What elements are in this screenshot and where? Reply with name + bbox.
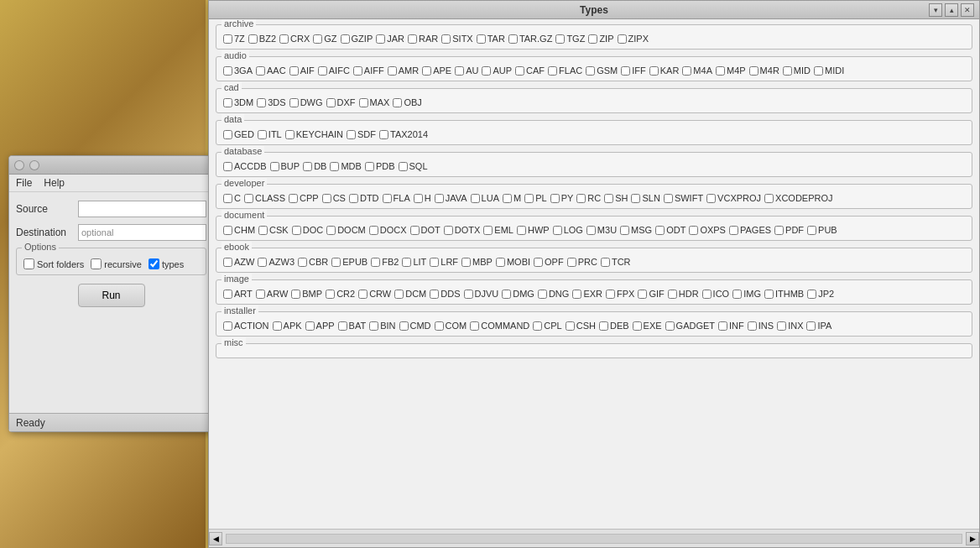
type-checkbox-TCR[interactable] [601,258,610,267]
type-item-M4A[interactable]: M4A [682,65,712,76]
type-item-DXF[interactable]: DXF [326,97,356,107]
type-item-MSG[interactable]: MSG [620,225,652,235]
type-item-INX[interactable]: INX [777,321,803,331]
type-checkbox-FLAC[interactable] [548,66,557,76]
type-item-VCXPROJ[interactable]: VCXPROJ [706,193,761,203]
type-item-DOT[interactable]: DOT [410,225,440,235]
type-checkbox-RAR[interactable] [408,34,417,44]
type-checkbox-M4P[interactable] [716,66,725,76]
type-checkbox-PDB[interactable] [365,162,374,171]
type-item-ACCDB[interactable]: ACCDB [223,161,267,171]
type-item-EXE[interactable]: EXE [633,321,662,331]
type-item-APE[interactable]: APE [422,65,451,76]
type-item-CMD[interactable]: CMD [399,321,431,331]
type-item-LIT[interactable]: LIT [402,257,426,267]
type-checkbox-TAX2014[interactable] [379,130,388,139]
type-checkbox-INF[interactable] [718,321,727,331]
type-checkbox-LOG[interactable] [553,226,562,235]
type-item-PDB[interactable]: PDB [365,161,395,171]
type-checkbox-BIN[interactable] [369,321,378,331]
type-checkbox-M4R[interactable] [749,66,758,76]
type-checkbox-DMG[interactable] [502,290,511,299]
type-checkbox-DOT[interactable] [410,226,420,235]
type-checkbox-CR2[interactable] [326,290,335,299]
type-checkbox-PDF[interactable] [774,226,784,235]
type-item-CR2[interactable]: CR2 [326,289,355,299]
type-checkbox-OPF[interactable] [534,258,543,267]
type-checkbox-HWP[interactable] [517,226,526,235]
type-checkbox-CPL[interactable] [533,321,542,331]
type-item-SWIFT[interactable]: SWIFT [664,193,703,203]
type-item-XCODEPROJ[interactable]: XCODEPROJ [764,193,832,203]
type-checkbox-AZW3[interactable] [258,258,267,267]
type-item-CSK[interactable]: CSK [258,225,289,235]
type-checkbox-RC[interactable] [576,194,586,203]
type-item-APK[interactable]: APK [273,321,302,331]
type-item-LUA[interactable]: LUA [471,193,499,203]
type-checkbox-JP2[interactable] [807,290,816,299]
type-checkbox-ZIP[interactable] [588,34,597,44]
type-checkbox-M4A[interactable] [682,66,691,76]
type-checkbox-DXF[interactable] [326,98,336,107]
type-checkbox-DOC[interactable] [292,226,301,235]
collapse-button[interactable]: ▾ [929,3,942,17]
type-item-CS[interactable]: CS [322,193,346,203]
type-checkbox-MIDI[interactable] [814,66,823,76]
type-item-PRC[interactable]: PRC [567,257,597,267]
type-checkbox-EXR[interactable] [572,290,581,299]
type-checkbox-TAR[interactable] [477,34,486,44]
type-checkbox-CS[interactable] [322,194,331,203]
minimize-button[interactable] [29,160,39,170]
type-item-PY[interactable]: PY [550,193,574,203]
type-checkbox-CMD[interactable] [399,321,409,331]
type-item-3GA[interactable]: 3GA [223,65,253,76]
type-item-SLN[interactable]: SLN [631,193,659,203]
type-item-DDS[interactable]: DDS [430,289,460,299]
type-item-TAX2014[interactable]: TAX2014 [379,129,428,139]
type-checkbox-VCXPROJ[interactable] [706,194,716,203]
type-item-MID[interactable]: MID [783,65,811,76]
type-item-IFF[interactable]: IFF [621,65,646,76]
type-item-ARW[interactable]: ARW [256,289,288,299]
sort-folders-checkbox[interactable] [23,258,34,269]
type-checkbox-3DS[interactable] [257,98,266,107]
type-item-3DM[interactable]: 3DM [223,97,253,107]
type-item-RC[interactable]: RC [576,193,601,203]
type-checkbox-ICO[interactable] [702,290,712,299]
type-item-DOTX[interactable]: DOTX [444,225,481,235]
type-checkbox-MID[interactable] [783,66,792,76]
type-checkbox-AZW[interactable] [223,258,232,267]
type-item-LOG[interactable]: LOG [553,225,583,235]
type-checkbox-CHM[interactable] [223,226,232,235]
type-item-ZIP[interactable]: ZIP [588,34,613,44]
type-item-GIF[interactable]: GIF [638,289,664,299]
type-item-MAX[interactable]: MAX [359,97,390,107]
type-item-APP[interactable]: APP [305,321,335,331]
type-item-RAR[interactable]: RAR [408,34,438,44]
type-item-ODT[interactable]: ODT [655,225,685,235]
type-item-LRF[interactable]: LRF [430,257,458,267]
type-checkbox-DOCX[interactable] [369,226,378,235]
type-checkbox-SQL[interactable] [399,162,408,171]
type-checkbox-PY[interactable] [550,194,560,203]
type-item-GSM[interactable]: GSM [586,65,618,76]
type-item-C[interactable]: C [223,193,241,203]
type-item-KEYCHAIN[interactable]: KEYCHAIN [285,129,343,139]
type-item-COMMAND[interactable]: COMMAND [470,321,529,331]
type-item-BIN[interactable]: BIN [369,321,395,331]
type-item-M[interactable]: M [503,193,521,203]
type-checkbox-ZIPX[interactable] [618,34,627,44]
horizontal-scrollbar[interactable]: ◀ ▶ [209,529,979,547]
type-checkbox-7Z[interactable] [223,34,232,44]
type-checkbox-LRF[interactable] [430,258,439,267]
type-item-CHM[interactable]: CHM [223,225,255,235]
type-checkbox-PL[interactable] [524,194,534,203]
type-item-DOCX[interactable]: DOCX [369,225,407,235]
type-item-ICO[interactable]: ICO [702,289,730,299]
recursive-option[interactable]: recursive [91,258,142,269]
type-item-DOC[interactable]: DOC [292,225,323,235]
type-checkbox-INX[interactable] [777,321,786,331]
type-item-OBJ[interactable]: OBJ [393,97,421,107]
type-item-BAT[interactable]: BAT [338,321,367,331]
type-item-BZ2[interactable]: BZ2 [248,34,276,44]
